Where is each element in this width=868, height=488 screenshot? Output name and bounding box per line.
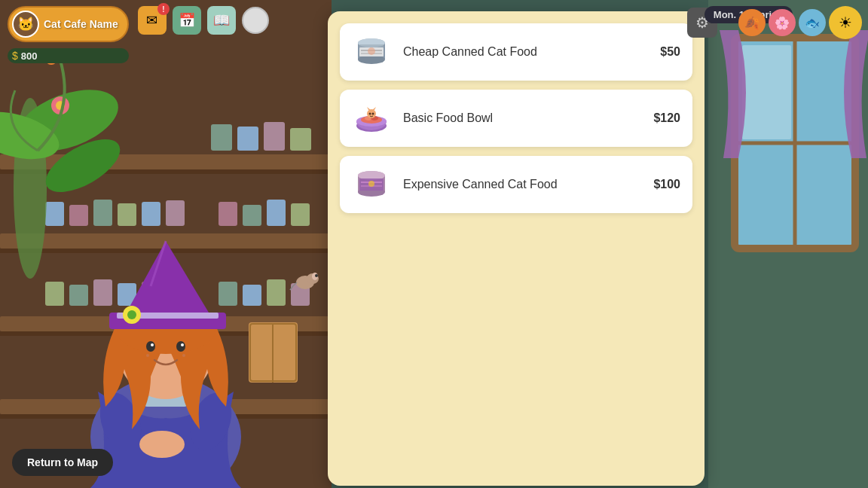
item-name-2: Basic Food Bowl — [403, 111, 653, 125]
shop-item-2[interactable]: Basic Food Bowl $120 — [340, 90, 692, 147]
cafe-avatar: 🐱 — [12, 11, 39, 38]
calendar-button[interactable]: 📅 — [173, 6, 201, 35]
svg-rect-13 — [290, 128, 311, 151]
money-amount: 800 — [21, 50, 38, 62]
bowl-icon — [353, 100, 390, 136]
svg-point-58 — [146, 354, 149, 357]
shop-item-3[interactable]: Expensive Canned Cat Food $100 — [340, 156, 692, 213]
mail-badge: ! — [157, 3, 170, 15]
season-icon-autumn: 🍂 — [738, 9, 766, 36]
svg-point-51 — [139, 431, 185, 458]
item-icon-2 — [352, 99, 391, 138]
shop-panel: Cheap Canned Cat Food $50 — [328, 11, 704, 486]
svg-rect-19 — [166, 200, 185, 226]
svg-point-56 — [151, 343, 154, 346]
svg-rect-22 — [267, 200, 286, 226]
fancy-can-icon — [353, 166, 390, 203]
svg-point-97 — [368, 181, 374, 187]
money-icon: $ — [12, 50, 18, 62]
svg-rect-30 — [243, 285, 261, 306]
item-icon-3 — [352, 165, 391, 204]
svg-rect-23 — [291, 203, 310, 226]
svg-rect-21 — [243, 205, 261, 226]
svg-point-54 — [146, 341, 155, 352]
season-icon-fish: 🐟 — [799, 9, 826, 36]
season-icons: 🍂 🌸 🐟 ☀ — [738, 6, 862, 39]
svg-rect-16 — [93, 200, 112, 226]
season-icon-sun[interactable]: ☀ — [829, 6, 862, 39]
svg-rect-10 — [211, 124, 232, 151]
svg-point-55 — [176, 341, 185, 352]
svg-rect-24 — [45, 282, 64, 306]
svg-point-70 — [315, 274, 318, 277]
svg-rect-15 — [69, 205, 88, 226]
svg-rect-18 — [142, 202, 160, 226]
svg-point-63 — [127, 310, 136, 319]
book-button[interactable]: 📖 — [207, 6, 236, 35]
cafe-badge: 🐱 Cat Cafe Name — [8, 6, 129, 42]
cafe-info: Cat Cafe Name — [44, 18, 118, 30]
profile-button[interactable] — [242, 7, 269, 34]
money-bar: $ 800 — [8, 48, 129, 63]
svg-point-89 — [372, 113, 374, 115]
season-icon-spring: 🌸 — [769, 9, 796, 36]
svg-point-88 — [369, 113, 371, 115]
svg-rect-20 — [219, 202, 237, 226]
top-icons: ✉ ! 📅 📖 — [138, 6, 269, 35]
svg-rect-25 — [69, 285, 88, 306]
return-to-map-button[interactable]: Return to Map — [12, 449, 113, 476]
svg-rect-31 — [267, 279, 286, 306]
svg-rect-12 — [264, 122, 285, 151]
svg-rect-26 — [93, 279, 112, 306]
item-price-3: $100 — [653, 178, 680, 191]
svg-point-57 — [181, 343, 184, 346]
svg-rect-2 — [0, 154, 332, 169]
svg-point-59 — [182, 354, 185, 357]
cafe-name-label: Cat Cafe Name — [44, 18, 118, 30]
item-name-3: Expensive Canned Cat Food — [403, 178, 653, 191]
svg-rect-14 — [45, 202, 64, 226]
item-price-2: $120 — [653, 111, 680, 125]
svg-rect-29 — [219, 282, 237, 306]
mail-button[interactable]: ✉ ! — [138, 6, 167, 35]
svg-rect-17 — [118, 203, 136, 226]
svg-rect-46 — [742, 45, 791, 139]
svg-rect-11 — [237, 127, 258, 151]
